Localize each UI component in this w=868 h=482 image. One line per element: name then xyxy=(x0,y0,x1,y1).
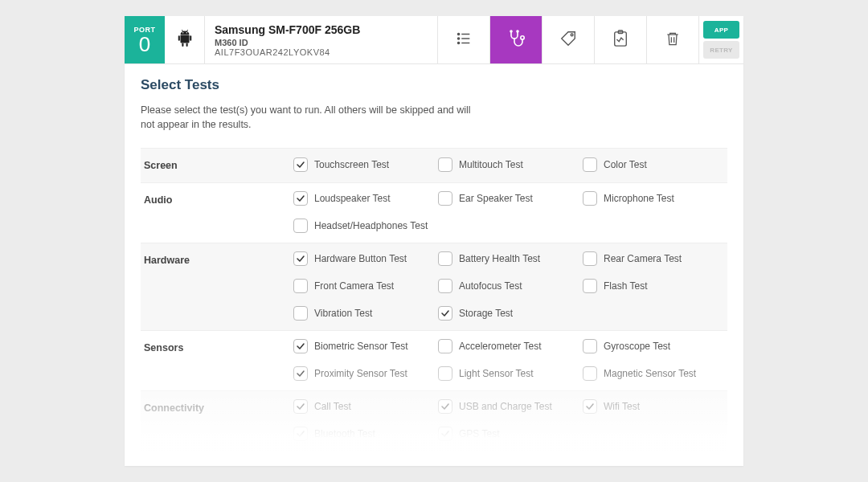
checkbox[interactable] xyxy=(293,366,308,381)
test-item[interactable]: Bluetooth Test xyxy=(293,427,438,441)
diagnostics-tab[interactable] xyxy=(490,16,542,63)
checkbox[interactable] xyxy=(583,339,597,353)
test-label: Ear Speaker Test xyxy=(459,193,533,204)
test-item[interactable]: Call Test xyxy=(293,399,438,414)
checkbox[interactable] xyxy=(293,339,308,353)
checkbox[interactable] xyxy=(583,251,597,266)
instructions-text: Please select the test(s) you want to ru… xyxy=(141,103,478,132)
svg-point-9 xyxy=(457,33,459,35)
checkbox[interactable] xyxy=(438,157,452,172)
test-item[interactable]: Flash Test xyxy=(583,279,727,293)
test-label: Microphone Test xyxy=(604,193,674,204)
test-label: Multitouch Test xyxy=(459,159,523,170)
page-title: Select Tests xyxy=(141,77,727,93)
test-label: Gyroscope Test xyxy=(604,341,670,352)
device-info: Samsung SM-F700F 256GB M360 ID AIL7F3OUA… xyxy=(205,16,438,63)
test-item[interactable]: Battery Health Test xyxy=(438,251,583,266)
checkbox[interactable] xyxy=(293,219,308,233)
tests-grid: Loudspeaker TestEar Speaker TestMicropho… xyxy=(293,183,727,243)
test-label: Storage Test xyxy=(459,308,513,319)
section-title: Audio xyxy=(141,183,293,243)
test-label: Autofocus Test xyxy=(459,280,522,292)
svg-rect-0 xyxy=(180,35,189,43)
test-item[interactable]: Color Test xyxy=(583,157,727,173)
test-label: Hardware Button Test xyxy=(314,253,407,264)
report-tab[interactable] xyxy=(595,16,647,63)
checkbox[interactable] xyxy=(438,191,452,206)
test-item[interactable]: Touchscreen Test xyxy=(293,157,438,173)
test-label: Accelerometer Test xyxy=(459,341,542,352)
test-label: Proximity Sensor Test xyxy=(314,368,407,379)
port-number: 0 xyxy=(139,34,150,55)
checkbox[interactable] xyxy=(583,191,597,206)
test-item[interactable]: Ear Speaker Test xyxy=(438,191,583,206)
checkbox[interactable] xyxy=(293,399,308,414)
test-item[interactable]: Storage Test xyxy=(438,306,583,321)
test-label: USB and Charge Test xyxy=(459,401,552,412)
checkbox[interactable] xyxy=(583,279,597,293)
test-item[interactable]: GPS Test xyxy=(438,427,583,441)
svg-rect-1 xyxy=(178,35,179,40)
checkbox[interactable] xyxy=(293,251,308,266)
test-item[interactable]: Microphone Test xyxy=(583,191,727,206)
test-label: Rear Camera Test xyxy=(604,253,682,264)
tests-grid: Call TestUSB and Charge TestWifi TestBlu… xyxy=(293,391,727,451)
svg-point-13 xyxy=(457,42,459,43)
list-tab[interactable] xyxy=(438,16,490,63)
checkbox[interactable] xyxy=(293,306,308,321)
checkbox[interactable] xyxy=(293,427,308,441)
tests-grid: Hardware Button TestBattery Health TestR… xyxy=(293,243,727,330)
section-hardware: HardwareHardware Button TestBattery Heal… xyxy=(141,243,727,330)
m360-label: M360 ID xyxy=(215,38,428,47)
checkbox[interactable] xyxy=(293,157,308,172)
panel-body: Select Tests Please select the test(s) y… xyxy=(125,64,743,451)
section-audio: AudioLoudspeaker TestEar Speaker TestMic… xyxy=(141,182,727,243)
checkbox[interactable] xyxy=(438,427,452,441)
list-icon xyxy=(455,30,473,51)
svg-rect-3 xyxy=(182,43,183,47)
stethoscope-icon xyxy=(506,29,526,51)
checkbox[interactable] xyxy=(438,399,452,414)
checkbox[interactable] xyxy=(438,339,452,353)
checkbox[interactable] xyxy=(293,279,308,293)
test-item[interactable]: Accelerometer Test xyxy=(438,339,583,353)
android-icon xyxy=(176,29,194,51)
test-item[interactable]: Loudspeaker Test xyxy=(293,191,438,206)
test-item[interactable]: Autofocus Test xyxy=(438,279,583,293)
test-label: Front Camera Test xyxy=(314,280,394,292)
checkbox[interactable] xyxy=(438,366,452,381)
checkbox[interactable] xyxy=(438,251,452,266)
test-item[interactable]: Vibration Test xyxy=(293,306,438,321)
report-icon xyxy=(612,30,628,51)
tag-tab[interactable] xyxy=(542,16,595,63)
test-item[interactable]: Light Sensor Test xyxy=(438,366,583,381)
tag-icon xyxy=(559,30,577,51)
section-screen: ScreenTouchscreen TestMultitouch TestCol… xyxy=(141,148,727,182)
test-item[interactable]: Rear Camera Test xyxy=(583,251,727,266)
device-model: Samsung SM-F700F 256GB xyxy=(215,23,428,36)
test-item[interactable]: Multitouch Test xyxy=(438,157,583,173)
test-item[interactable]: Proximity Sensor Test xyxy=(293,366,438,381)
test-item[interactable]: Front Camera Test xyxy=(293,279,438,293)
test-item[interactable]: USB and Charge Test xyxy=(438,399,583,414)
checkbox[interactable] xyxy=(583,157,597,172)
delete-tab[interactable] xyxy=(647,16,699,63)
device-header: PORT 0 Samsung SM-F700F 256GB M xyxy=(125,16,743,64)
checkbox[interactable] xyxy=(583,366,597,381)
tests-grid: Biometric Sensor TestAccelerometer TestG… xyxy=(293,331,727,390)
test-item[interactable]: Hardware Button Test xyxy=(293,251,438,266)
app-button[interactable]: APP xyxy=(703,21,739,39)
test-label: Magnetic Sensor Test xyxy=(604,368,696,379)
checkbox[interactable] xyxy=(438,306,452,321)
svg-point-15 xyxy=(521,35,524,39)
checkbox[interactable] xyxy=(438,279,452,293)
checkbox[interactable] xyxy=(293,191,308,206)
test-item[interactable]: Magnetic Sensor Test xyxy=(583,366,727,381)
test-item[interactable]: Headset/Headphones Test xyxy=(293,219,438,233)
checkbox[interactable] xyxy=(583,399,597,414)
test-item[interactable]: Wifi Test xyxy=(583,399,727,414)
test-item[interactable]: Biometric Sensor Test xyxy=(293,339,438,353)
retry-button[interactable]: RETRY xyxy=(703,41,739,59)
side-buttons: APP RETRY xyxy=(699,16,743,63)
test-item[interactable]: Gyroscope Test xyxy=(583,339,727,353)
